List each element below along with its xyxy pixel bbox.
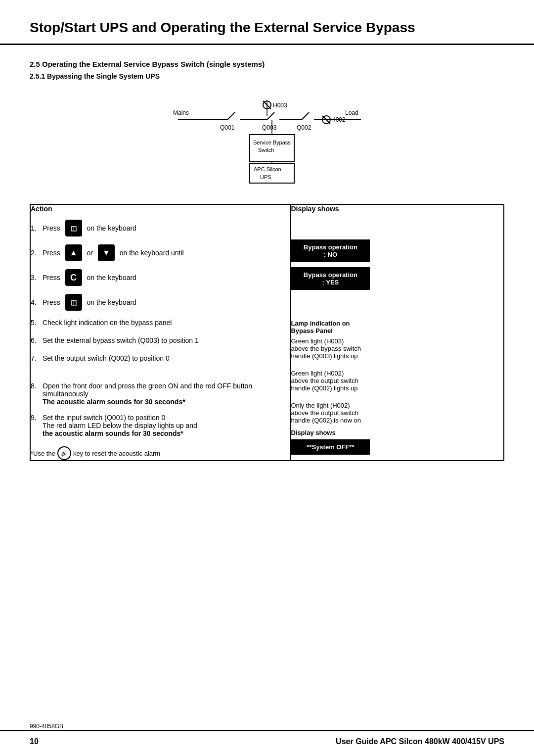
c-key-icon: C — [65, 269, 82, 286]
down-key-icon: ▼ — [98, 244, 115, 261]
svg-text:Service Bypass: Service Bypass — [253, 140, 291, 145]
action-header: Action — [31, 205, 290, 213]
menu-key-icon-1: ◫ — [65, 220, 82, 236]
bypass-yes-box: Bypass operation : YES — [291, 267, 370, 290]
action-num-7: 7. — [31, 354, 41, 362]
circuit-svg: Q001 Q003 Q002 H003 — [163, 90, 371, 189]
svg-line-4 — [267, 112, 274, 120]
action-num-9: 9. — [31, 414, 41, 422]
action-item-1: 1. Press ◫ on the keyboard — [31, 220, 290, 236]
menu-key-icon-2: ◫ — [65, 294, 82, 311]
action-num-2: 2. — [31, 249, 41, 257]
action-item-8: 8. Open the front door and press the gre… — [31, 382, 290, 406]
action-num-3: 3. — [31, 274, 41, 282]
up-key-icon: ▲ — [65, 244, 82, 261]
page-container: Stop/Start UPS and Operating the Externa… — [0, 0, 534, 756]
acoustic-key-icon: 🔊 — [57, 446, 71, 460]
page-header: Stop/Start UPS and Operating the Externa… — [0, 0, 534, 45]
display-shows-label-8: Display shows — [291, 429, 503, 436]
svg-text:APC Silcon: APC Silcon — [254, 166, 281, 172]
svg-text:UPS: UPS — [260, 174, 271, 180]
svg-line-1 — [227, 112, 235, 120]
svg-text:H003: H003 — [273, 102, 287, 109]
action-item-3: 3. Press C on the keyboard — [31, 269, 290, 286]
circuit-diagram: Q001 Q003 Q002 H003 — [30, 90, 504, 189]
action-num-4: 4. — [31, 298, 41, 306]
display-header: Display shows — [291, 205, 503, 213]
action-item-2: 2. Press ▲ or ▼ on the keyboard until — [31, 244, 290, 261]
action-item-6: 6. Set the external bypass switch (Q003)… — [31, 336, 290, 344]
footer-page-number: 10 — [30, 737, 39, 746]
action-item-9: 9. Set the input switch (Q001) to positi… — [31, 414, 290, 437]
system-off-box: **System OFF** — [291, 439, 370, 455]
svg-text:Q003: Q003 — [262, 124, 277, 131]
action-8-bold: The acoustic alarm sounds for 30 seconds… — [43, 398, 185, 406]
svg-text:Mains: Mains — [173, 109, 189, 116]
instruction-table: Action 1. Press ◫ on the keyboard 2. Pre… — [30, 204, 504, 461]
action-column: Action 1. Press ◫ on the keyboard 2. Pre… — [30, 204, 291, 461]
action-9-bold: the acoustic alarm sounds for 30 seconds… — [43, 429, 183, 437]
lamp-indication-label: Lamp indication on Bypass Panel — [291, 320, 503, 334]
svg-line-7 — [302, 112, 309, 120]
action-num-1: 1. — [31, 224, 41, 232]
section-heading: 2.5 Operating the External Service Bypas… — [30, 60, 504, 68]
action-num-8: 8. — [31, 382, 41, 390]
svg-text:Load: Load — [345, 109, 358, 116]
page-title: Stop/Start UPS and Operating the Externa… — [30, 20, 504, 36]
action-item-5: 5. Check light indication on the bypass … — [31, 319, 290, 327]
footnote: *Use the 🔊 key to reset the acoustic ala… — [31, 446, 290, 460]
action-item-4: 4. Press ◫ on the keyboard — [31, 294, 290, 311]
bypass-no-box: Bypass operation : NO — [291, 239, 370, 262]
action-num-5: 5. — [31, 319, 41, 327]
main-content: 2.5 Operating the External Service Bypas… — [0, 45, 534, 721]
display-text-6: Green light (H002)above the output switc… — [291, 370, 503, 392]
display-column: Display shows Bypass operation : NO Bypa… — [291, 204, 504, 461]
action-item-7: 7. Set the output switch (Q002) to posit… — [31, 354, 290, 362]
page-footer: 10 User Guide APC Silcon 480kW 400/415V … — [0, 730, 534, 756]
action-num-6: 6. — [31, 336, 41, 344]
doc-number: 990-4058GB — [0, 721, 534, 730]
svg-text:Q001: Q001 — [220, 124, 235, 131]
footer-title: User Guide APC Silcon 480kW 400/415V UPS — [336, 737, 504, 746]
svg-text:Q002: Q002 — [297, 124, 312, 131]
display-text-5: Green light (H003)above the bypass switc… — [291, 337, 503, 360]
svg-text:Switch: Switch — [258, 147, 274, 153]
display-text-7: Only the light (H002)above the output sw… — [291, 402, 503, 424]
svg-text:H002: H002 — [331, 116, 346, 123]
subsection-heading: 2.5.1 Bypassing the Single System UPS — [30, 72, 504, 80]
